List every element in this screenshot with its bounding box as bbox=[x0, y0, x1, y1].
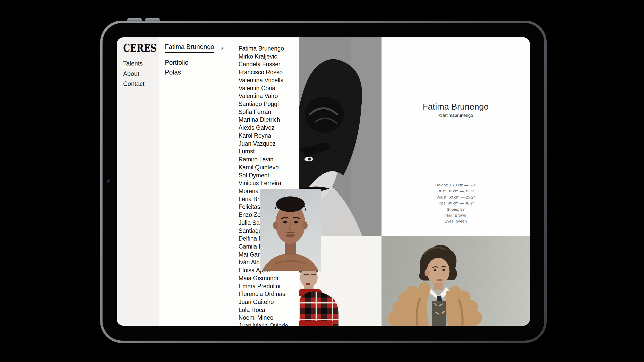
talent-list-item[interactable]: Karol Reyna bbox=[239, 132, 288, 140]
profile-stat-line: Hair: Brown bbox=[382, 212, 530, 218]
brand-logo[interactable]: CERES bbox=[123, 42, 157, 54]
profile-name: Fatima Brunengo bbox=[382, 102, 530, 112]
talent-list-item[interactable]: Francisco Rosso bbox=[239, 68, 288, 76]
chevron-right-icon: › bbox=[221, 44, 223, 52]
profile-stat-line: Shoes: 37 bbox=[382, 206, 530, 212]
talent-list: Fatima Brunengo Mirko Kraljevic Candela … bbox=[239, 45, 288, 326]
profile-stat-line: Height: 1,73 cm — 5'8" bbox=[382, 182, 530, 188]
talent-list-item[interactable]: Emma Predolini bbox=[239, 282, 288, 290]
photo-pola-portrait[interactable] bbox=[260, 189, 321, 271]
photo-teddy-coat-look[interactable] bbox=[382, 236, 530, 326]
page-background: CERES Talents About Contact Fatima Brune… bbox=[0, 0, 644, 362]
pola-portrait-art bbox=[260, 189, 321, 271]
talent-list-item[interactable]: Ramiro Lavin bbox=[239, 155, 288, 163]
profile-stat-line: Eyes: Green bbox=[382, 218, 530, 224]
profile-stats: Height: 1,73 cm — 5'8" Bust: 82 cm — 31,… bbox=[382, 182, 530, 224]
profile-stat-line: Waist: 60 cm — 25.2" bbox=[382, 194, 530, 200]
talent-list-item[interactable]: Mirko Kraljevic bbox=[239, 53, 288, 61]
profile-stat-line: Bust: 82 cm — 31,5" bbox=[382, 188, 530, 194]
profile-stat-line: Hips: 90 cm — 36.2" bbox=[382, 200, 530, 206]
app-window: CERES Talents About Contact Fatima Brune… bbox=[117, 37, 530, 326]
talent-list-item[interactable]: Noemi Mineo bbox=[239, 314, 288, 322]
polas-link[interactable]: Polas bbox=[165, 69, 181, 76]
talent-list-item[interactable]: Florencia Ordinas bbox=[239, 290, 288, 298]
talent-list-item[interactable]: Santiago Poggi bbox=[239, 100, 288, 108]
talent-list-item[interactable]: Juan Maria Oviedo bbox=[239, 322, 288, 326]
sidebar: CERES Talents About Contact bbox=[117, 37, 159, 326]
portfolio-link[interactable]: Portfolio bbox=[165, 59, 189, 66]
profile-panel: Fatima Brunengo @fatimabrunengo Height: … bbox=[382, 37, 530, 236]
talent-list-item[interactable]: Candela Fosser bbox=[239, 60, 288, 68]
talent-list-item[interactable]: Valentina Vairo bbox=[239, 92, 288, 100]
selected-talent-link[interactable]: Fatima Brunengo bbox=[165, 43, 214, 53]
talent-list-item[interactable]: Maia Gismondi bbox=[239, 274, 288, 282]
talent-list-item[interactable]: Valentin Coria bbox=[239, 84, 288, 92]
profile-handle: @fatimabrunengo bbox=[382, 113, 530, 118]
talent-list-item[interactable]: Lumst bbox=[239, 147, 288, 155]
talent-list-item[interactable]: Martina Dietrich bbox=[239, 116, 288, 124]
talent-list-item[interactable]: Vinicius Ferreira bbox=[239, 179, 288, 187]
sidebar-nav-link[interactable]: Talents bbox=[123, 58, 145, 69]
talent-list-item[interactable]: Juan Vazquez bbox=[239, 140, 288, 148]
talent-list-item[interactable]: Alexis Galvez bbox=[239, 124, 288, 132]
sidebar-nav-link[interactable]: Contact bbox=[123, 79, 145, 89]
teddy-look-art bbox=[382, 236, 530, 326]
talent-list-item[interactable]: Kamil Quintevo bbox=[239, 163, 288, 171]
sidebar-nav-link[interactable]: About bbox=[123, 69, 145, 79]
talent-list-item[interactable]: Sofia Ferran bbox=[239, 108, 288, 116]
main-nav: Talents About Contact bbox=[123, 58, 145, 89]
talent-list-item[interactable]: Sol Dyment bbox=[239, 171, 288, 179]
talent-list-item[interactable]: Fatima Brunengo bbox=[239, 45, 288, 53]
talent-list-item[interactable]: Juan Gaiteiro bbox=[239, 298, 288, 306]
talent-list-item[interactable]: Valentina Vricella bbox=[239, 76, 288, 84]
talent-list-item[interactable]: Lola Roca bbox=[239, 306, 288, 314]
front-camera bbox=[107, 179, 111, 183]
